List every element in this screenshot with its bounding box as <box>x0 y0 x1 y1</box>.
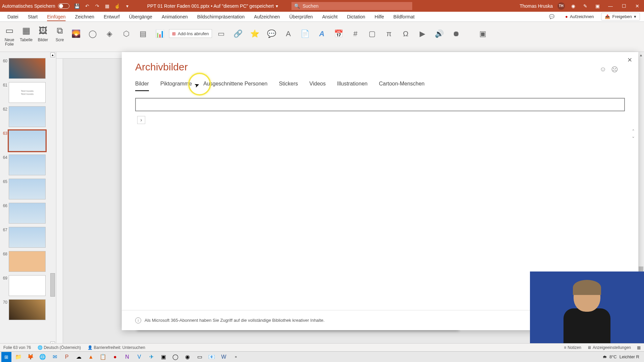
table-button[interactable]: ▦ Tabelle <box>19 23 33 50</box>
save-icon[interactable]: 💾 <box>74 3 80 9</box>
modal-tab-piktogramme[interactable]: Piktogramme <box>160 81 192 91</box>
app-icon[interactable]: ▫ <box>231 352 241 362</box>
close-button[interactable]: ✕ <box>631 0 644 12</box>
record-button[interactable]: ● Aufzeichnen <box>562 13 597 20</box>
modal-tab-videos[interactable]: Videos <box>309 81 326 91</box>
file-explorer-icon[interactable]: 📁 <box>13 352 23 362</box>
slide-thumbnail[interactable]: 61Text boxes Text boxes <box>1 82 55 103</box>
chrome-icon[interactable]: 🌐 <box>38 352 48 362</box>
tab-hilfe[interactable]: Hilfe <box>370 12 389 21</box>
outlook-icon[interactable]: ✉ <box>50 352 60 362</box>
header-footer-icon[interactable]: 📄 <box>299 28 311 40</box>
vlc-icon[interactable]: ▲ <box>86 352 96 362</box>
screenshot-button[interactable]: ⧉ Scre <box>53 23 66 50</box>
app-icon[interactable]: ● <box>110 352 120 362</box>
slide-counter[interactable]: Folie 63 von 76 <box>3 345 31 350</box>
title-dropdown-icon[interactable]: ▾ <box>276 3 278 9</box>
view-normal-icon[interactable]: ▦ <box>637 345 641 350</box>
share-button[interactable]: 📤 Freigeben ▾ <box>601 13 640 20</box>
privacy-icon[interactable]: ✎ <box>582 2 589 10</box>
onenote-icon[interactable]: N <box>122 352 132 362</box>
telegram-icon[interactable]: ✈ <box>146 352 156 362</box>
tab-uebergaenge[interactable]: Übergänge <box>124 12 157 21</box>
user-name[interactable]: Thomas Hruska <box>520 3 553 9</box>
results-scroll-down[interactable]: ⌄ <box>632 134 635 139</box>
autosave-toggle[interactable] <box>58 3 69 9</box>
tab-bildformat[interactable]: Bildformat <box>389 12 419 21</box>
equation-icon[interactable]: π <box>383 28 395 40</box>
cameo-icon[interactable]: ▣ <box>477 28 489 40</box>
slide-scroll-up[interactable]: ▲ <box>50 53 55 57</box>
display-settings-button[interactable]: 🖥 Anzeigeeinstellungen <box>587 345 631 350</box>
frown-icon[interactable]: ☹ <box>611 65 618 73</box>
slide-number-icon[interactable]: # <box>350 28 362 40</box>
comment-icon[interactable]: 💬 <box>266 28 278 40</box>
coming-soon-icon[interactable]: ◉ <box>570 2 577 10</box>
firefox-icon[interactable]: 🦊 <box>25 352 36 362</box>
link-icon[interactable]: 🔗 <box>232 28 244 40</box>
app-icon[interactable]: ☁ <box>74 352 84 362</box>
notes-button[interactable]: ≡ Notizen <box>564 345 581 350</box>
powerpoint-icon[interactable]: P <box>62 352 72 362</box>
shapes-icon[interactable]: ◯ <box>87 28 99 40</box>
accessibility-checker[interactable]: 👤 Barrierefreiheit: Untersuchen <box>88 345 145 350</box>
chevron-right-icon[interactable]: › <box>137 116 145 124</box>
modal-tab-illustrationen[interactable]: Illustrationen <box>337 81 368 91</box>
modal-tab-stickers[interactable]: Stickers <box>279 81 298 91</box>
app-icon[interactable]: ◯ <box>170 352 180 362</box>
slide-thumbnail[interactable]: 63 <box>1 130 55 151</box>
smartart-icon[interactable]: ◈ <box>103 28 115 40</box>
tab-datei[interactable]: Datei <box>3 12 23 21</box>
slide-thumbnail[interactable]: 69 <box>1 275 55 296</box>
word-icon[interactable]: W <box>219 352 229 362</box>
app-icon[interactable]: 📋 <box>98 352 108 362</box>
slide-thumbnail[interactable]: 62 <box>1 106 55 127</box>
chart-icon[interactable]: 📊 <box>154 28 166 40</box>
tab-entwurf[interactable]: Entwurf <box>99 12 124 21</box>
app-icon[interactable]: ▭ <box>195 352 205 362</box>
weather-widget[interactable]: 🌧 8°C Leichter R <box>602 354 643 359</box>
screen-recording-icon[interactable]: ⏺ <box>450 28 462 40</box>
window-layout-icon[interactable]: ▣ <box>594 2 601 10</box>
present-icon[interactable]: ▦ <box>104 3 110 9</box>
slide-thumbnail[interactable]: 67 <box>1 227 55 248</box>
undo-icon[interactable]: ↶ <box>84 3 90 9</box>
textbox-icon[interactable]: A <box>282 28 294 40</box>
comments-button[interactable]: 💬 <box>546 13 558 20</box>
slide-scrollbar-thumb[interactable] <box>50 273 55 297</box>
zoom-icon[interactable]: ▭ <box>215 28 227 40</box>
modal-tab-bilder[interactable]: Bilder <box>135 81 149 91</box>
new-slide-button[interactable]: ▭ Neue Folie <box>3 23 16 50</box>
minimize-button[interactable]: — <box>604 0 617 12</box>
canvas-scroll-up[interactable]: ▲ <box>638 52 644 58</box>
smile-icon[interactable]: ☺ <box>600 65 606 73</box>
audio-icon[interactable]: 🔊 <box>433 28 445 40</box>
search-box[interactable]: 🔍 Suchen <box>291 2 412 10</box>
tab-einfuegen[interactable]: Einfügen <box>42 12 70 21</box>
slide-thumbnail[interactable]: 70 <box>1 299 55 320</box>
modal-tab-personen[interactable]: Ausgeschnittene Personen <box>203 81 267 91</box>
touch-icon[interactable]: ☝ <box>114 3 120 9</box>
slide-thumbnail[interactable]: 65 <box>1 179 55 199</box>
tab-aufzeichnen[interactable]: Aufzeichnen <box>249 12 284 21</box>
tab-bildschirm[interactable]: Bildschirmpräsentation <box>193 12 250 21</box>
start-button[interactable]: ⊞ <box>1 352 11 362</box>
addins-button[interactable]: ⊞ Add-Ins abrufen <box>169 29 212 38</box>
tab-zeichnen[interactable]: Zeichnen <box>70 12 99 21</box>
language-selector[interactable]: 🌐 Deutsch (Österreich) <box>38 345 81 350</box>
app-icon[interactable]: ◉ <box>182 352 193 362</box>
results-scroll-up[interactable]: ⌃ <box>632 129 635 133</box>
user-avatar[interactable]: TH <box>557 2 565 10</box>
modal-tab-cartoon[interactable]: Cartoon-Menschen <box>379 81 425 91</box>
slide-thumbnail[interactable]: 64 <box>1 155 55 175</box>
symbol-icon[interactable]: Ω <box>400 28 412 40</box>
tab-ueberpruefen[interactable]: Überprüfen <box>284 12 317 21</box>
tab-animationen[interactable]: Animationen <box>157 12 193 21</box>
modal-close-button[interactable]: ✕ <box>626 56 634 64</box>
qat-more-icon[interactable]: ▾ <box>124 3 130 9</box>
tab-start[interactable]: Start <box>23 12 43 21</box>
object-icon[interactable]: ▢ <box>366 28 378 40</box>
app-icon[interactable]: 📧 <box>207 352 217 362</box>
images-button[interactable]: 🖼 Bilder <box>36 23 50 50</box>
photo-album-icon[interactable]: 🌄 <box>70 28 82 40</box>
